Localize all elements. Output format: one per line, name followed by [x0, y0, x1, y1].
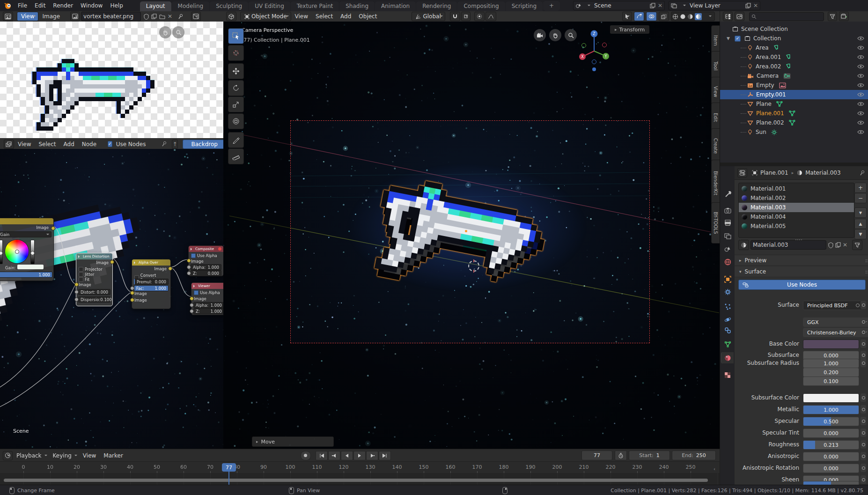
properties-tab-output[interactable] — [721, 217, 734, 228]
gamma-value-slider[interactable] — [0, 240, 3, 264]
timeline-menu-keying[interactable]: Keying — [49, 451, 79, 461]
timeline-menu-playback[interactable]: Playback — [13, 451, 49, 461]
outliner-row-scene-collection[interactable]: Scene Collection — [720, 24, 868, 34]
animate-dot[interactable] — [861, 351, 866, 359]
image-editor-canvas[interactable] — [0, 22, 224, 138]
animate-dot[interactable] — [861, 318, 866, 326]
frame-end-field[interactable]: End:250 — [672, 451, 716, 460]
lens-option-fit[interactable]: Fit — [79, 277, 103, 282]
pin-icon[interactable] — [860, 170, 865, 176]
animate-dot[interactable] — [861, 429, 866, 437]
checkbox[interactable] — [79, 277, 83, 282]
animate-dot[interactable] — [861, 440, 866, 449]
outliner-display-mode-icon[interactable] — [723, 12, 733, 21]
operator-panel-move[interactable]: ▸Move — [252, 436, 334, 447]
outliner-row-empty[interactable]: Empty — [720, 81, 868, 90]
blender-logo-icon[interactable] — [4, 1, 12, 10]
disclosure-triangle[interactable]: ▼ — [727, 36, 730, 41]
partial-slider[interactable] — [803, 481, 859, 485]
hide-eye-icon[interactable] — [857, 130, 864, 134]
viewport-menu-select[interactable]: Select — [312, 11, 337, 22]
image-input-socket[interactable] — [187, 259, 191, 263]
subsurface-color-color[interactable] — [803, 393, 859, 403]
alpha-input-socket[interactable] — [187, 265, 191, 269]
distort-field[interactable]: Distort:0.000 — [78, 289, 110, 295]
outliner-row-camera[interactable]: Camera — [720, 71, 868, 81]
copy-icon[interactable] — [650, 3, 655, 8]
viewer-node[interactable]: Viewer Use Alpha Image Alpha:1.000 Z:1.0… — [191, 282, 224, 315]
new-image-icon[interactable] — [151, 14, 157, 19]
scene-name[interactable]: Scene — [594, 2, 611, 9]
hide-eye-icon[interactable] — [857, 74, 864, 78]
object-name[interactable]: Sun — [756, 129, 766, 135]
object-name[interactable]: Area.002 — [756, 63, 781, 70]
node-editor-canvas[interactable]: Image Lift/Gamma/Gain Gain: 1.000 Lens D… — [0, 149, 224, 449]
alpha-over-node[interactable]: Alpha Over Image Convert Premul Premul:0… — [132, 259, 171, 309]
workspace-tab-texture-paint[interactable]: Texture Paint — [291, 1, 339, 11]
topbar-menu-render[interactable]: Render — [49, 0, 77, 11]
properties-tab-scene[interactable] — [721, 243, 734, 254]
editor-type-image-icon[interactable] — [3, 12, 13, 21]
gain-swatch[interactable] — [17, 265, 44, 269]
roughness-slider[interactable]: 0.213 — [803, 440, 859, 450]
material-specials-icon[interactable] — [852, 240, 862, 250]
node-editor-menu-add[interactable]: Add — [60, 139, 78, 149]
lens-option-projector[interactable]: Projector — [79, 266, 103, 272]
hide-eye-icon[interactable] — [857, 111, 864, 116]
outliner-filter-display-icon[interactable] — [735, 12, 744, 21]
move-slot-up-button[interactable]: ▲ — [854, 219, 867, 229]
outliner-row-sun[interactable]: Sun — [720, 127, 868, 137]
checkbox[interactable] — [79, 272, 83, 277]
breadcrumb-object[interactable]: Plane.001 — [760, 170, 788, 176]
animate-dot[interactable] — [861, 464, 866, 472]
breadcrumb-material[interactable]: Material.003 — [805, 170, 840, 176]
properties-tab-particles[interactable] — [721, 301, 734, 312]
image-mode-dropdown[interactable]: View — [17, 12, 38, 21]
material-slot-material.001[interactable]: Material.001 — [739, 184, 854, 193]
unlink-image-icon[interactable]: ✕ — [168, 13, 172, 20]
outliner-row-plane.002[interactable]: Plane.002 — [720, 118, 868, 127]
properties-tab-view-layer[interactable] — [721, 230, 734, 242]
object-name[interactable]: Camera — [757, 73, 779, 79]
material-slot-material.002[interactable]: Material.002 — [739, 193, 854, 203]
anisotropic-rotation-slider[interactable]: 0.000 — [803, 464, 859, 473]
topbar-menu-edit[interactable]: Edit — [31, 0, 49, 11]
outliner-row-area.002[interactable]: Area.002 — [720, 62, 868, 71]
sidebar-tab-blenderkit[interactable]: BlenderKit — [711, 160, 720, 207]
outliner-row-empty.001[interactable]: Empty.001 — [720, 90, 868, 99]
outliner-row-plane.001[interactable]: Plane.001 — [720, 109, 868, 118]
workspace-tab-animation[interactable]: Animation — [375, 1, 416, 11]
z-field[interactable]: Z:0.000 — [191, 270, 221, 276]
object-name[interactable]: Area.001 — [756, 54, 781, 60]
animate-dot[interactable] — [861, 301, 866, 309]
current-frame-field[interactable]: 77 — [581, 451, 612, 460]
node-editor-menu-node[interactable]: Node — [78, 139, 100, 149]
outliner-filter-funnel-icon[interactable] — [828, 12, 837, 21]
distort-input-socket[interactable] — [74, 290, 79, 294]
properties-tab-material[interactable] — [721, 352, 734, 363]
shading-wireframe-icon[interactable] — [672, 14, 678, 20]
lens-option-jitter[interactable]: Jitter — [79, 272, 103, 277]
workspace-tab-layout[interactable]: Layout — [140, 1, 171, 11]
next-keyframe-button[interactable] — [366, 451, 378, 460]
shading-rendered-icon[interactable] — [695, 13, 702, 20]
timeline-scrollbar[interactable] — [4, 479, 708, 482]
z-input-socket[interactable] — [190, 309, 194, 313]
play-button[interactable] — [353, 451, 366, 460]
viewport-menu-view[interactable]: View — [291, 11, 312, 22]
use-alpha-checkbox[interactable] — [191, 253, 196, 258]
properties-tab-modifiers[interactable] — [721, 286, 734, 297]
hide-eye-icon[interactable] — [857, 83, 864, 88]
parent-node-tree-icon[interactable]: ↑ — [172, 140, 177, 149]
properties-tab-object-data[interactable] — [721, 339, 734, 350]
unlink-icon[interactable]: ✕ — [753, 2, 758, 9]
remove-slot-button[interactable]: − — [854, 193, 867, 203]
workspace-tab-uv-editing[interactable]: UV Editing — [249, 1, 290, 11]
alpha-input-socket[interactable] — [190, 303, 194, 307]
unlink-icon[interactable]: ✕ — [658, 2, 662, 9]
jump-to-end-button[interactable] — [379, 451, 391, 460]
move-slot-down-button[interactable]: ▼ — [854, 229, 867, 239]
animate-dot[interactable] — [861, 475, 866, 484]
object-name[interactable]: Plane.001 — [756, 110, 784, 117]
outliner-row-area[interactable]: Area — [720, 43, 868, 52]
